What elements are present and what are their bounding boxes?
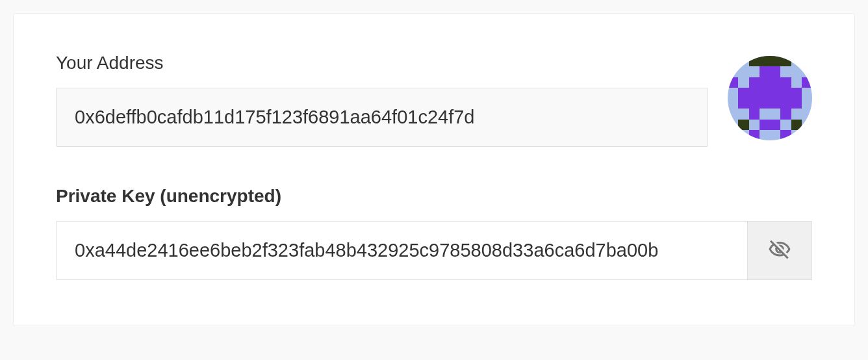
address-identicon (728, 56, 812, 140)
svg-rect-8 (749, 109, 760, 119)
svg-rect-11 (760, 120, 781, 130)
svg-rect-12 (791, 120, 802, 130)
private-key-input-group: 0xa44de2416ee6beb2f323fab48b432925c97858… (56, 221, 812, 280)
svg-rect-10 (738, 120, 748, 130)
address-value[interactable]: 0x6deffb0cafdb11d175f123f6891aa64f01c24f… (56, 88, 708, 147)
address-row: Your Address 0x6deffb0cafdb11d175f123f68… (56, 53, 812, 147)
svg-rect-6 (738, 88, 802, 98)
svg-rect-2 (760, 66, 781, 77)
private-key-label: Private Key (unencrypted) (56, 186, 812, 207)
svg-rect-4 (749, 77, 791, 88)
private-key-value[interactable]: 0xa44de2416ee6beb2f323fab48b432925c97858… (56, 221, 747, 280)
eye-off-icon (768, 238, 791, 264)
svg-rect-13 (749, 130, 760, 140)
private-key-field: Private Key (unencrypted) 0xa44de2416ee6… (56, 186, 812, 280)
toggle-visibility-button[interactable] (747, 221, 812, 280)
svg-rect-7 (738, 98, 802, 109)
address-field: Your Address 0x6deffb0cafdb11d175f123f68… (56, 53, 708, 147)
svg-rect-5 (802, 77, 812, 88)
svg-rect-14 (780, 130, 791, 140)
svg-rect-1 (749, 56, 791, 66)
svg-rect-9 (780, 109, 791, 119)
address-label: Your Address (56, 53, 708, 73)
wallet-info-card: Your Address 0x6deffb0cafdb11d175f123f68… (13, 13, 855, 326)
svg-rect-3 (728, 77, 738, 88)
